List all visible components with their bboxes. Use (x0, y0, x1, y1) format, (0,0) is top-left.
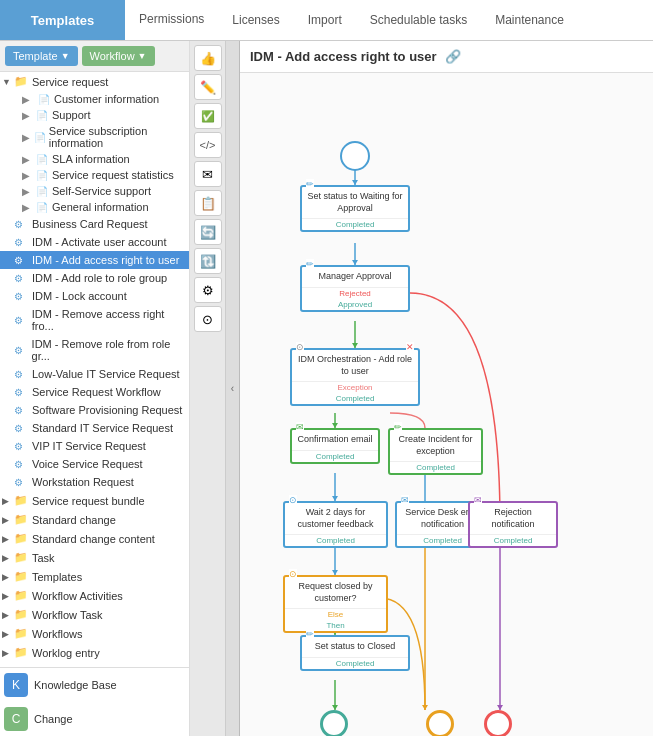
sidebar-item-workstation[interactable]: ⚙ Workstation Request (0, 473, 189, 491)
node-approved: Approved (302, 299, 408, 310)
node-status: Completed (302, 657, 408, 669)
icon-btn-clipboard[interactable]: 📋 (194, 190, 222, 216)
sidebar-item-remove-role[interactable]: ⚙ IDM - Remove role from role gr... (0, 335, 189, 365)
icon-btn-sync[interactable]: 🔃 (194, 248, 222, 274)
sidebar-item-knowledge-base[interactable]: K Knowledge Base (0, 668, 189, 702)
wf-node-create-incident[interactable]: ✏ Create Incident for exception Complete… (388, 428, 483, 475)
sidebar-item-std-change-content[interactable]: ▶ 📁 Standard change content (0, 529, 189, 548)
doc-icon: ▶ (22, 202, 36, 213)
node-title: Manager Approval (302, 267, 408, 287)
icon-toolbar: 👍 ✏️ ✅ </> ✉ 📋 🔄 🔃 ⚙ ⊙ (190, 41, 226, 736)
sidebar-item-worklog[interactable]: ▶ 📁 Worklog entry (0, 643, 189, 662)
folder-icon: 📁 (14, 627, 30, 640)
sidebar-item-add-access[interactable]: ⚙ IDM - Add access right to user (0, 251, 189, 269)
wf-node-set-status[interactable]: ✏ Set status to Waiting for Approval Com… (300, 185, 410, 232)
sidebar-item-sw-prov[interactable]: ⚙ Software Provisioning Request (0, 401, 189, 419)
sidebar-item-templates[interactable]: ▶ 📁 Templates (0, 567, 189, 586)
sidebar-item-lowvalue[interactable]: ⚙ Low-Value IT Service Request (0, 365, 189, 383)
icon-btn-circle[interactable]: ⊙ (194, 306, 222, 332)
wf-node-start[interactable] (340, 141, 370, 171)
node-completed: Completed (292, 393, 418, 404)
sidebar-item-lock[interactable]: ⚙ IDM - Lock account (0, 287, 189, 305)
sidebar-item-wf-activities[interactable]: ▶ 📁 Workflow Activities (0, 586, 189, 605)
wf-node-manager-approval[interactable]: ✏ Manager Approval Rejected Approved (300, 265, 410, 312)
tab-schedulable-tasks[interactable]: Schedulable tasks (356, 0, 481, 40)
workflow-button[interactable]: Workflow ▼ (82, 46, 155, 66)
sidebar-item-customer-info[interactable]: ▶ 📄 Customer information (0, 91, 189, 107)
sidebar-item-remove-access[interactable]: ⚙ IDM - Remove access right fro... (0, 305, 189, 335)
sidebar-item-stats[interactable]: ▶ 📄 Service request statistics (0, 167, 189, 183)
sidebar-item-sr-workflow[interactable]: ⚙ Service Request Workflow (0, 383, 189, 401)
sidebar-item-vip[interactable]: ⚙ VIP IT Service Request (0, 437, 189, 455)
sidebar-item-voice[interactable]: ⚙ Voice Service Request (0, 455, 189, 473)
sidebar-item-sr-bundle[interactable]: ▶ 📁 Service request bundle (0, 491, 189, 510)
sidebar-item-change[interactable]: C Change (0, 702, 189, 736)
doc-icon: ▶ (22, 170, 36, 181)
node-title: Wait 2 days for customer feedback (285, 503, 386, 534)
wf-node-idm-orchestration[interactable]: ⊙ ✕ IDM Orchestration - Add role to user… (290, 348, 420, 406)
sidebar-item-support[interactable]: ▶ 📄 Support (0, 107, 189, 123)
node-title: Confirmation email (292, 430, 378, 450)
edit-workflow-icon[interactable]: 🔗 (445, 49, 461, 64)
collapse-sidebar-button[interactable]: ‹ (226, 41, 240, 736)
folder-icon: 📁 (14, 646, 30, 659)
sidebar-item-workflows[interactable]: ▶ 📁 Workflows (0, 624, 189, 643)
wf-icon: ⚙ (14, 345, 28, 356)
sidebar-item-wf-task[interactable]: ▶ 📁 Workflow Task (0, 605, 189, 624)
workflow-canvas[interactable]: ✏ Set status to Waiting for Approval Com… (240, 73, 653, 736)
node-status: Completed (470, 534, 556, 546)
item-icon: 📄 (36, 154, 50, 165)
folder-icon: 📁 (14, 532, 30, 545)
sidebar-item-sla[interactable]: ▶ 📄 SLA information (0, 151, 189, 167)
tab-permissions[interactable]: Permissions (125, 0, 218, 40)
wf-node-end-continue[interactable]: Continue manually (403, 710, 478, 736)
icon-btn-check[interactable]: ✅ (194, 103, 222, 129)
workflow-header: IDM - Add access right to user 🔗 (240, 41, 653, 73)
icon-btn-gear[interactable]: ⚙ (194, 277, 222, 303)
wf-icon: ⚙ (14, 387, 28, 398)
doc-icon: ▶ (22, 110, 36, 121)
wf-node-end-rejected[interactable]: Rejected (480, 710, 516, 736)
icon-btn-approve[interactable]: 👍 (194, 45, 222, 71)
expand-icon: ▶ (2, 515, 14, 525)
node-else: Else (285, 608, 386, 620)
folder-icon: 📁 (14, 570, 30, 583)
sidebar-item-selfservice[interactable]: ▶ 📄 Self-Service support (0, 183, 189, 199)
wf-node-rejection[interactable]: ✉ Rejection notification Completed (468, 501, 558, 548)
sidebar-item-bizcard[interactable]: ⚙ Business Card Request (0, 215, 189, 233)
tab-maintenance[interactable]: Maintenance (481, 0, 578, 40)
workflow-area: IDM - Add access right to user 🔗 (240, 41, 653, 736)
tab-licenses[interactable]: Licenses (218, 0, 293, 40)
sidebar-item-service-sub[interactable]: ▶ 📄 Service subscription information (0, 123, 189, 151)
expand-icon: ▶ (2, 534, 14, 544)
wf-icon: ⚙ (14, 441, 28, 452)
tab-import[interactable]: Import (294, 0, 356, 40)
wf-node-confirm-email[interactable]: ✉ Confirmation email Completed (290, 428, 380, 464)
icon-btn-mail[interactable]: ✉ (194, 161, 222, 187)
tab-templates[interactable]: Templates (0, 0, 125, 40)
node-exception: Exception (292, 381, 418, 393)
wf-node-end-closed[interactable]: Closed (320, 710, 348, 736)
sidebar-item-activate-user[interactable]: ⚙ IDM - Activate user account (0, 233, 189, 251)
sidebar-item-add-role[interactable]: ⚙ IDM - Add role to role group (0, 269, 189, 287)
node-title: IDM Orchestration - Add role to user (292, 350, 418, 381)
sidebar-item-service-request[interactable]: ▼ 📁 Service request (0, 72, 189, 91)
wf-node-request-closed[interactable]: ⊙ Request closed by customer? Else Then (283, 575, 388, 633)
wf-icon: ⚙ (14, 273, 28, 284)
node-then: Then (285, 620, 386, 631)
wf-node-wait-2days[interactable]: ⊙ Wait 2 days for customer feedback Comp… (283, 501, 388, 548)
icon-btn-refresh[interactable]: 🔄 (194, 219, 222, 245)
template-button[interactable]: Template ▼ (5, 46, 78, 66)
node-title: Set status to Waiting for Approval (302, 187, 408, 218)
kb-icon: K (4, 673, 28, 697)
icon-btn-code[interactable]: </> (194, 132, 222, 158)
item-icon: 📄 (36, 186, 50, 197)
sidebar-item-std-it[interactable]: ⚙ Standard IT Service Request (0, 419, 189, 437)
sidebar: Template ▼ Workflow ▼ ▼ 📁 Service reques… (0, 41, 190, 736)
sidebar-item-general[interactable]: ▶ 📄 General information (0, 199, 189, 215)
wf-node-set-closed[interactable]: ✏ Set status to Closed Completed (300, 635, 410, 671)
sidebar-item-task[interactable]: ▶ 📁 Task (0, 548, 189, 567)
icon-btn-edit[interactable]: ✏️ (194, 74, 222, 100)
sidebar-item-std-change[interactable]: ▶ 📁 Standard change (0, 510, 189, 529)
node-rejected: Rejected (302, 287, 408, 299)
